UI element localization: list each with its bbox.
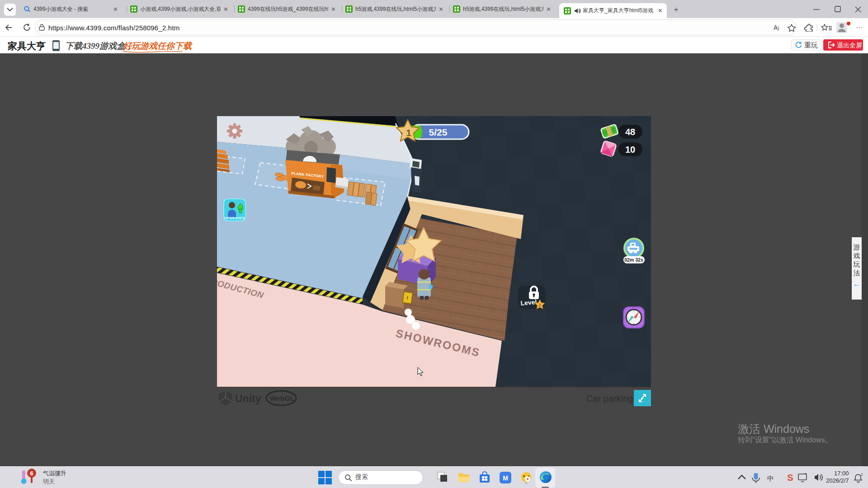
svg-text:5/25: 5/25 [429,127,448,137]
svg-text:Level: Level [520,298,537,307]
svg-text:S: S [787,473,793,483]
svg-text:Unity: Unity [235,393,261,404]
svg-text:10: 10 [625,145,635,155]
svg-text:中: 中 [767,474,774,482]
svg-text:WebGL: WebGL [270,394,294,402]
svg-text:UPGRADES: UPGRADES [225,216,245,220]
svg-text:z: z [861,473,863,477]
svg-text:2: 2 [538,302,541,307]
svg-text:M: M [503,474,508,482]
svg-text:02m 32s: 02m 32s [624,257,643,263]
svg-text:1: 1 [406,127,411,138]
svg-text:A): A) [774,24,779,31]
svg-text:6: 6 [30,470,33,477]
svg-text:48: 48 [625,127,635,137]
